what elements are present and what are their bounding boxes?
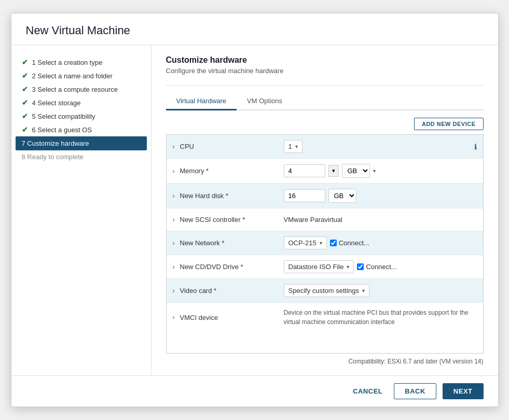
network-value: OCP-215 — [288, 239, 317, 247]
hw-label: New SCSI controller * — [180, 216, 284, 223]
expand-arrow-icon[interactable]: › — [173, 167, 175, 175]
chevron-down-icon: ▾ — [347, 264, 349, 270]
hw-label: Memory * — [180, 167, 284, 175]
sidebar-item-step3[interactable]: ✔3 Select a compute resource — [11, 82, 151, 96]
memory-unit-select[interactable]: GB MB — [342, 164, 370, 178]
chevron-down-icon: ▾ — [362, 288, 365, 293]
cdvd-dropdown[interactable]: Datastore ISO File ▾ — [284, 260, 354, 273]
tabs-container: Virtual HardwareVM Options — [166, 93, 484, 110]
hw-row-cpu: › CPU 1 ▾ ℹ — [167, 135, 483, 159]
hw-label: CPU — [180, 143, 284, 150]
memory-input[interactable] — [284, 164, 325, 177]
check-icon: ✔ — [22, 99, 28, 107]
compatibility-text: Compatibility: ESXi 6.7 and later (VM ve… — [166, 358, 484, 365]
hw-value: Device on the virtual machine PCI bus th… — [284, 308, 477, 327]
memory-dropdown-btn[interactable]: ▾ — [328, 165, 339, 177]
hw-label: New CD/DVD Drive * — [180, 263, 284, 271]
video-value: Specify custom settings — [288, 287, 360, 295]
hw-row-vmci: › VMCI device Device on the virtual mach… — [167, 303, 483, 332]
expand-arrow-icon[interactable]: › — [173, 192, 175, 200]
hw-value: OCP-215 ▾ Connect... — [284, 236, 477, 249]
hard-disk-input[interactable] — [284, 189, 325, 202]
expand-arrow-icon[interactable]: › — [173, 216, 175, 223]
expand-arrow-icon[interactable]: › — [173, 314, 175, 321]
sidebar-label: 6 Select a guest OS — [32, 126, 92, 134]
network-dropdown[interactable]: OCP-215 ▾ — [284, 236, 327, 249]
chevron-down-icon: ▾ — [320, 240, 322, 246]
next-button[interactable]: NEXT — [443, 383, 484, 399]
hw-label: Video card * — [180, 287, 284, 295]
hw-row-video: › Video card * Specify custom settings ▾ — [167, 279, 483, 303]
hw-label: New Hard disk * — [180, 192, 284, 200]
hw-value: Specify custom settings ▾ — [284, 284, 477, 297]
sidebar-label: 4 Select storage — [32, 99, 81, 107]
sidebar-label: 3 Select a compute resource — [32, 86, 118, 93]
hw-value: VMware Paravirtual — [284, 216, 477, 223]
sidebar: ✔1 Select a creation type✔2 Select a nam… — [11, 45, 152, 375]
hard-disk-unit-select[interactable]: GB MB TB — [328, 189, 356, 203]
hw-value: GB MB TB — [284, 189, 477, 203]
hw-value: ▾ GB MB ▾ — [284, 164, 477, 178]
sidebar-item-step2[interactable]: ✔2 Select a name and folder — [11, 69, 151, 82]
new-vm-dialog: New Virtual Machine ✔1 Select a creation… — [11, 13, 499, 407]
hw-label: New Network * — [180, 239, 284, 247]
network-connect-checkbox[interactable] — [330, 240, 337, 246]
header-divider — [166, 85, 484, 86]
vmci-description: Device on the virtual machine PCI bus th… — [284, 308, 477, 327]
content-header: Customize hardware Configure the virtual… — [166, 55, 484, 75]
sidebar-item-step7[interactable]: 7 Customize hardware — [16, 136, 147, 150]
add-new-device-button[interactable]: ADD NEW DEVICE — [414, 118, 484, 130]
sidebar-item-step5[interactable]: ✔5 Select compatibility — [11, 109, 151, 123]
tab-vm-options[interactable]: VM Options — [237, 93, 293, 110]
chevron-down-icon: ▾ — [295, 144, 298, 149]
hw-row-hard-disk: › New Hard disk * GB MB TB — [167, 184, 483, 208]
sidebar-label: 1 Select a creation type — [32, 59, 103, 66]
expand-arrow-icon[interactable]: › — [173, 263, 175, 271]
cdvd-connect-label: Connect... — [357, 263, 396, 271]
add-device-row: ADD NEW DEVICE — [166, 118, 484, 130]
scsi-value: VMware Paravirtual — [284, 216, 342, 223]
cpu-value: 1 — [288, 143, 292, 150]
check-icon: ✔ — [22, 112, 28, 120]
section-subtitle: Configure the virtual machine hardware — [166, 67, 484, 75]
sidebar-label: 2 Select a name and folder — [32, 72, 113, 80]
sidebar-item-step4[interactable]: ✔4 Select storage — [11, 96, 151, 109]
dialog-body: ✔1 Select a creation type✔2 Select a nam… — [11, 45, 498, 375]
tab-virtual-hardware[interactable]: Virtual Hardware — [166, 93, 237, 110]
sidebar-item-step6[interactable]: ✔6 Select a guest OS — [11, 123, 151, 136]
check-icon: ✔ — [22, 125, 28, 134]
sidebar-label: 8 Ready to complete — [22, 153, 84, 161]
back-button[interactable]: BACK — [394, 383, 436, 399]
info-icon[interactable]: ℹ — [474, 143, 477, 151]
sidebar-label: 5 Select compatibility — [32, 113, 95, 120]
expand-arrow-icon[interactable]: › — [173, 143, 175, 150]
hw-value: 1 ▾ ℹ — [284, 140, 477, 153]
cdvd-connect-checkbox[interactable] — [357, 263, 364, 270]
cpu-select[interactable]: 1 ▾ — [284, 140, 302, 153]
hw-row-memory: › Memory * ▾ GB MB ▾ — [167, 159, 483, 184]
hardware-list: › CPU 1 ▾ ℹ › Memory * ▾ GB MB ▾ — [166, 134, 484, 354]
hw-value: Datastore ISO File ▾ Connect... — [284, 260, 477, 273]
expand-arrow-icon[interactable]: › — [173, 287, 175, 295]
sidebar-item-step8: 8 Ready to complete — [11, 150, 151, 163]
check-icon: ✔ — [22, 58, 28, 66]
hw-row-scsi: › New SCSI controller * VMware Paravirtu… — [167, 208, 483, 231]
network-connect-label: Connect... — [330, 239, 369, 247]
sidebar-item-step1[interactable]: ✔1 Select a creation type — [11, 55, 151, 69]
expand-arrow-icon[interactable]: › — [173, 240, 175, 247]
check-icon: ✔ — [22, 72, 28, 80]
cdvd-value: Datastore ISO File — [288, 263, 344, 271]
hw-row-cdvd: › New CD/DVD Drive * Datastore ISO File … — [167, 255, 483, 279]
main-content: Customize hardware Configure the virtual… — [152, 45, 498, 375]
hw-row-network: › New Network * OCP-215 ▾ Connect... — [167, 231, 483, 255]
chevron-down-icon: ▾ — [373, 168, 376, 174]
dialog-footer: CANCEL BACK NEXT — [11, 375, 498, 407]
dialog-title: New Virtual Machine — [11, 13, 498, 45]
sidebar-label: 7 Customize hardware — [22, 139, 89, 147]
check-icon: ✔ — [22, 85, 28, 93]
video-dropdown[interactable]: Specify custom settings ▾ — [284, 284, 370, 297]
hw-label: VMCI device — [180, 314, 284, 321]
section-title: Customize hardware — [166, 55, 484, 65]
cancel-button[interactable]: CANCEL — [348, 384, 388, 398]
